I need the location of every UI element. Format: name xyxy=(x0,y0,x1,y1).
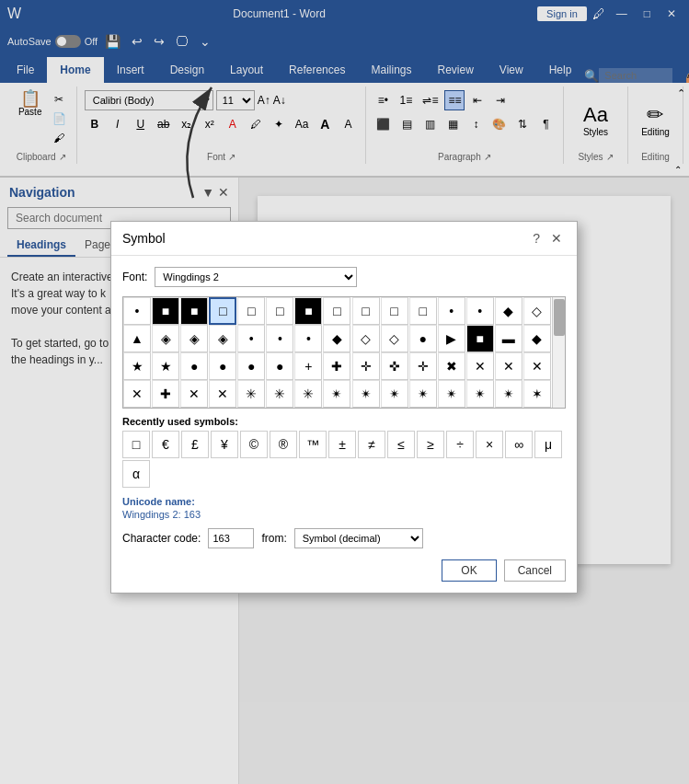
dialog-titlebar: Symbol ? ✕ xyxy=(111,222,577,256)
symbol-cell-1-2[interactable]: ◈ xyxy=(180,325,208,352)
symbol-cell-3-6[interactable]: ✳ xyxy=(294,380,322,408)
symbol-cell-2-12[interactable]: ✕ xyxy=(466,352,494,380)
dialog-close-button[interactable]: ✕ xyxy=(547,229,566,248)
recent-cell-15[interactable]: α xyxy=(122,460,150,488)
symbol-cell-3-12[interactable]: ✴ xyxy=(466,380,494,408)
symbol-cell-0-9[interactable]: □ xyxy=(381,297,408,325)
symbol-cell-3-4[interactable]: ✳ xyxy=(237,380,265,408)
symbol-cell-1-7[interactable]: ◆ xyxy=(323,325,350,352)
symbol-cell-0-0[interactable]: • xyxy=(123,297,151,325)
recent-cell-12[interactable]: × xyxy=(476,431,503,458)
recent-cell-5[interactable]: ® xyxy=(270,431,297,458)
recent-cell-11[interactable]: ÷ xyxy=(446,431,474,458)
symbol-cell-3-7[interactable]: ✴ xyxy=(323,380,350,408)
symbol-cell-2-6[interactable]: + xyxy=(294,352,322,380)
symbol-cell-3-14[interactable]: ✶ xyxy=(523,380,551,408)
recent-cell-4[interactable]: © xyxy=(240,431,268,458)
symbol-cell-3-0[interactable]: ✕ xyxy=(123,380,151,408)
dialog-controls: ? ✕ xyxy=(529,229,566,248)
recent-cell-1[interactable]: € xyxy=(152,431,179,458)
symbol-cell-2-13[interactable]: ✕ xyxy=(495,352,522,380)
dialog-help-button[interactable]: ? xyxy=(529,229,544,248)
symbol-cell-0-4[interactable]: □ xyxy=(237,297,265,325)
symbol-cell-2-3[interactable]: ● xyxy=(209,352,236,380)
cancel-button[interactable]: Cancel xyxy=(504,559,566,582)
symbol-cell-0-2[interactable]: ■ xyxy=(180,297,208,325)
recent-cell-0[interactable]: □ xyxy=(122,431,150,458)
symbol-cell-0-6[interactable]: ■ xyxy=(294,297,322,325)
from-label: from: xyxy=(261,532,286,545)
symbol-cell-2-4[interactable]: ● xyxy=(237,352,265,380)
recent-cell-3[interactable]: ¥ xyxy=(211,431,238,458)
dialog-body: Font: Wingdings 2 • ■ ■ □ □ □ ■ □ □ xyxy=(111,256,577,593)
recently-used-grid: □ € £ ¥ © ® ™ ± ≠ ≤ ≥ ÷ × ∞ μ α xyxy=(122,431,566,488)
symbol-cell-1-5[interactable]: • xyxy=(266,325,293,352)
recent-cell-2[interactable]: £ xyxy=(181,431,209,458)
scrollbar-thumb xyxy=(554,299,565,336)
symbol-cell-1-1[interactable]: ◈ xyxy=(152,325,179,352)
symbol-cell-3-3[interactable]: ✕ xyxy=(209,380,236,408)
symbol-cell-1-3[interactable]: ◈ xyxy=(209,325,236,352)
dialog-font-select[interactable]: Wingdings 2 xyxy=(155,267,357,287)
recent-cell-13[interactable]: ∞ xyxy=(505,431,533,458)
symbol-cell-0-14[interactable]: ◇ xyxy=(523,297,551,325)
recent-cell-9[interactable]: ≤ xyxy=(387,431,415,458)
symbol-cell-2-10[interactable]: ✛ xyxy=(409,352,437,380)
symbol-cell-1-12[interactable]: ■ xyxy=(466,325,494,352)
symbol-grid-container: • ■ ■ □ □ □ ■ □ □ □ □ • • ◆ ◇ ▲ xyxy=(122,296,566,409)
unicode-name-label: Unicode name: xyxy=(122,496,195,507)
symbol-cell-1-4[interactable]: • xyxy=(237,325,265,352)
symbol-cell-1-11[interactable]: ▶ xyxy=(438,325,465,352)
dialog-title: Symbol xyxy=(122,231,166,246)
symbol-cell-3-5[interactable]: ✳ xyxy=(266,380,293,408)
recently-used-label: Recently used symbols: xyxy=(122,416,566,427)
recent-cell-7[interactable]: ± xyxy=(328,431,356,458)
symbol-cell-3-1[interactable]: ✚ xyxy=(152,380,179,408)
symbol-cell-3-11[interactable]: ✴ xyxy=(438,380,465,408)
symbol-cell-0-11[interactable]: • xyxy=(438,297,465,325)
font-select-row: Font: Wingdings 2 xyxy=(122,267,566,287)
symbol-grid-scrollbar[interactable] xyxy=(552,297,565,408)
recent-cell-6[interactable]: ™ xyxy=(299,431,327,458)
recent-cell-8[interactable]: ≠ xyxy=(358,431,385,458)
symbol-cell-2-5[interactable]: ● xyxy=(266,352,293,380)
symbol-grid: • ■ ■ □ □ □ ■ □ □ □ □ • • ◆ ◇ ▲ xyxy=(123,297,552,408)
recent-cell-10[interactable]: ≥ xyxy=(417,431,444,458)
symbol-cell-2-0[interactable]: ★ xyxy=(123,352,151,380)
dialog-overlay: Symbol ? ✕ Font: Wingdings 2 • ■ ■ xyxy=(0,0,689,784)
symbol-cell-0-8[interactable]: □ xyxy=(352,297,380,325)
symbol-cell-0-3[interactable]: □ xyxy=(209,297,236,325)
symbol-cell-2-7[interactable]: ✚ xyxy=(323,352,350,380)
recent-cell-14[interactable]: μ xyxy=(534,431,562,458)
symbol-cell-3-10[interactable]: ✴ xyxy=(409,380,437,408)
char-code-input[interactable] xyxy=(208,528,254,548)
symbol-cell-1-10[interactable]: ● xyxy=(409,325,437,352)
symbol-cell-2-1[interactable]: ★ xyxy=(152,352,179,380)
symbol-cell-2-9[interactable]: ✜ xyxy=(381,352,408,380)
symbol-cell-1-9[interactable]: ◇ xyxy=(381,325,408,352)
ok-button[interactable]: OK xyxy=(442,559,496,582)
symbol-cell-0-7[interactable]: □ xyxy=(323,297,350,325)
symbol-cell-0-1[interactable]: ■ xyxy=(152,297,179,325)
dialog-footer: OK Cancel xyxy=(122,559,566,582)
symbol-cell-3-13[interactable]: ✴ xyxy=(495,380,522,408)
symbol-cell-2-14[interactable]: ✕ xyxy=(523,352,551,380)
symbol-cell-0-5[interactable]: □ xyxy=(266,297,293,325)
symbol-cell-2-11[interactable]: ✖ xyxy=(438,352,465,380)
symbol-cell-1-6[interactable]: • xyxy=(294,325,322,352)
char-code-label: Character code: xyxy=(122,532,201,545)
symbol-cell-3-8[interactable]: ✴ xyxy=(352,380,380,408)
symbol-cell-3-9[interactable]: ✴ xyxy=(381,380,408,408)
symbol-cell-1-8[interactable]: ◇ xyxy=(352,325,380,352)
symbol-cell-2-2[interactable]: ● xyxy=(180,352,208,380)
symbol-cell-1-0[interactable]: ▲ xyxy=(123,325,151,352)
symbol-cell-0-10[interactable]: □ xyxy=(409,297,437,325)
unicode-info: Unicode name: Wingdings 2: 163 xyxy=(122,495,566,521)
symbol-cell-0-12[interactable]: • xyxy=(466,297,494,325)
symbol-cell-1-13[interactable]: ▬ xyxy=(495,325,522,352)
symbol-cell-3-2[interactable]: ✕ xyxy=(180,380,208,408)
symbol-cell-0-13[interactable]: ◆ xyxy=(495,297,522,325)
symbol-cell-2-8[interactable]: ✛ xyxy=(352,352,380,380)
char-from-select[interactable]: Symbol (decimal) Unicode (hex) ASCII (de… xyxy=(294,528,423,548)
symbol-cell-1-14[interactable]: ◆ xyxy=(523,325,551,352)
